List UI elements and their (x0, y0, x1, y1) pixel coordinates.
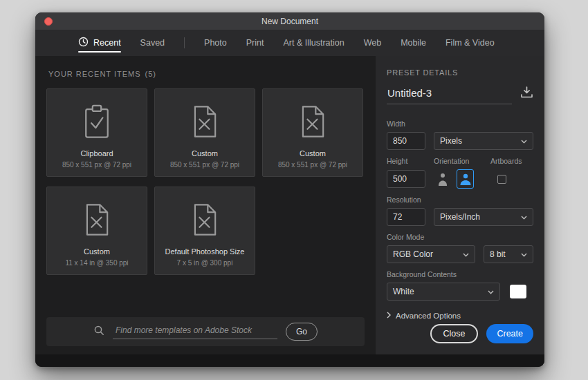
new-document-dialog: New Document Recent Saved Photo Print Ar… (35, 12, 544, 367)
recent-items-heading: YOUR RECENT ITEMS (5) (48, 70, 365, 78)
tab-label: Mobile (401, 38, 426, 48)
orientation-label: Orientation (434, 157, 490, 165)
title-bar: New Document (35, 12, 544, 30)
orientation-landscape-icon[interactable] (457, 169, 474, 189)
tab-mobile[interactable]: Mobile (401, 30, 426, 56)
tab-label: Art & Illustration (283, 38, 344, 48)
recent-heading-text: YOUR RECENT ITEMS (48, 70, 141, 78)
template-card-custom-2[interactable]: Custom 850 x 551 px @ 72 ppi (262, 88, 363, 177)
template-dimensions: 7 x 5 in @ 300 ppi (177, 259, 233, 267)
window-title: New Document (261, 17, 318, 26)
document-name-input[interactable] (387, 87, 512, 104)
background-contents-value: White (393, 287, 414, 296)
template-title: Custom (187, 149, 222, 158)
tab-label: Print (246, 38, 264, 48)
orientation-toggle (434, 169, 482, 189)
background-contents-select[interactable]: White (387, 283, 500, 301)
search-icon (93, 325, 104, 339)
template-title: Custom (295, 149, 330, 158)
stock-search-input[interactable] (113, 324, 277, 339)
preset-details-panel: PRESET DETAILS Width Pixels Height (376, 56, 544, 354)
orientation-portrait-icon[interactable] (434, 169, 451, 189)
height-input[interactable] (387, 170, 425, 188)
chevron-down-icon (463, 249, 469, 259)
chevron-down-icon (521, 136, 527, 146)
adobe-stock-searchbar: Go (46, 317, 365, 346)
new-document-icon (79, 187, 115, 247)
template-grid: Clipboard 850 x 551 px @ 72 ppi Custom 8… (46, 88, 365, 275)
tab-recent[interactable]: Recent (78, 30, 121, 56)
resolution-input[interactable] (387, 208, 425, 226)
tab-label: Photo (204, 38, 227, 48)
window-close-icon[interactable] (44, 17, 53, 26)
template-title: Custom (80, 247, 114, 256)
background-color-swatch[interactable] (510, 285, 526, 298)
tab-film-video[interactable]: Film & Video (445, 30, 495, 56)
close-button[interactable]: Close (430, 324, 479, 343)
color-mode-label: Color Mode (387, 233, 533, 241)
chevron-down-icon (521, 212, 527, 222)
tab-photo[interactable]: Photo (204, 30, 227, 56)
resolution-unit-value: Pixels/Inch (440, 212, 480, 222)
bit-depth-value: 8 bit (490, 249, 506, 259)
tab-art-illustration[interactable]: Art & Illustration (283, 30, 344, 56)
template-dimensions: 850 x 551 px @ 72 ppi (62, 161, 131, 169)
width-unit-value: Pixels (440, 136, 462, 146)
tab-saved[interactable]: Saved (140, 30, 165, 56)
advanced-options-label: Advanced Options (396, 312, 461, 320)
chevron-right-icon (387, 312, 391, 320)
artboards-checkbox[interactable] (497, 175, 506, 184)
clock-icon (78, 37, 89, 49)
width-label: Width (387, 120, 533, 128)
go-button[interactable]: Go (286, 323, 318, 341)
create-button[interactable]: Create (486, 324, 533, 343)
color-mode-select[interactable]: RGB Color (387, 245, 475, 263)
width-input[interactable] (387, 132, 425, 150)
template-dimensions: 11 x 14 in @ 350 ppi (65, 259, 128, 267)
clipboard-icon (78, 89, 116, 149)
tab-label: Film & Video (445, 38, 495, 48)
template-dimensions: 850 x 551 px @ 72 ppi (278, 161, 347, 169)
category-tabbar: Recent Saved Photo Print Art & Illustrat… (35, 30, 544, 56)
new-document-icon (187, 89, 223, 149)
template-card-custom-1[interactable]: Custom 850 x 551 px @ 72 ppi (154, 88, 255, 177)
recent-count: (5) (145, 70, 156, 78)
save-preset-icon[interactable] (520, 86, 533, 104)
height-label: Height (387, 157, 434, 165)
template-dimensions: 850 x 551 px @ 72 ppi (170, 161, 239, 169)
bit-depth-select[interactable]: 8 bit (484, 245, 533, 263)
tab-label: Web (364, 38, 381, 48)
resolution-unit-select[interactable]: Pixels/Inch (434, 208, 533, 226)
width-unit-select[interactable]: Pixels (434, 132, 533, 150)
color-mode-value: RGB Color (393, 249, 433, 259)
new-document-icon (295, 89, 331, 149)
template-card-clipboard[interactable]: Clipboard 850 x 551 px @ 72 ppi (46, 88, 147, 177)
resolution-label: Resolution (387, 196, 533, 204)
window-footer (35, 354, 544, 367)
template-card-default-photoshop-size[interactable]: Default Photoshop Size 7 x 5 in @ 300 pp… (154, 187, 255, 275)
recent-items-panel: YOUR RECENT ITEMS (5) Clipboard 850 x 55… (35, 56, 376, 354)
chevron-down-icon (488, 287, 494, 296)
new-document-icon (187, 187, 223, 247)
tab-web[interactable]: Web (364, 30, 381, 56)
template-title: Clipboard (76, 149, 117, 158)
preset-details-heading: PRESET DETAILS (387, 68, 533, 77)
chevron-down-icon (521, 249, 527, 259)
artboards-label: Artboards (490, 157, 522, 165)
tab-label: Recent (93, 38, 121, 48)
tab-print[interactable]: Print (246, 30, 264, 56)
background-contents-label: Background Contents (387, 270, 533, 278)
advanced-options-toggle[interactable]: Advanced Options (387, 312, 533, 320)
template-title: Default Photoshop Size (161, 247, 249, 256)
template-card-custom-3[interactable]: Custom 11 x 14 in @ 350 ppi (46, 187, 147, 275)
tab-label: Saved (140, 38, 165, 48)
tab-divider (184, 37, 185, 48)
